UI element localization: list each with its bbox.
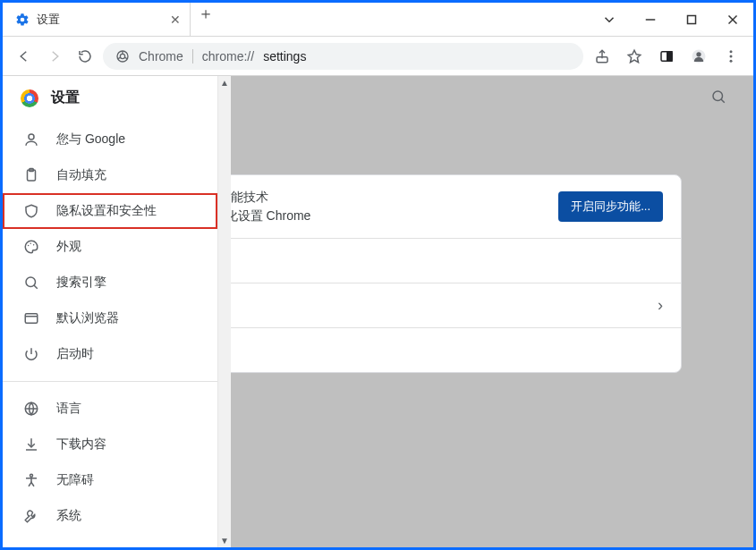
sidebar-item-label: 语言 — [56, 401, 81, 417]
scroll-up-icon[interactable]: ▲ — [218, 78, 231, 88]
svg-rect-28 — [25, 314, 38, 324]
omnibox-divider — [192, 49, 193, 63]
power-icon — [22, 345, 40, 363]
toolbar: Chrome chrome://settings — [3, 37, 753, 76]
clipboard-icon — [22, 166, 40, 184]
sync-card-row-4[interactable]: › — [200, 327, 681, 372]
sync-card-line1: 智能技术 — [218, 188, 310, 207]
svg-point-15 — [730, 50, 733, 53]
back-button[interactable] — [12, 44, 37, 69]
sidebar-item-label: 自动填充 — [56, 167, 106, 183]
bookmark-icon[interactable] — [621, 43, 648, 70]
sidebar-separator — [3, 381, 217, 382]
browser-tab[interactable]: 设置 ✕ — [3, 3, 191, 36]
reload-button[interactable] — [72, 44, 98, 69]
svg-point-26 — [26, 277, 36, 287]
omnibox-path: settings — [263, 49, 306, 63]
share-icon[interactable] — [589, 43, 616, 70]
sidebar-item-label: 搜索引擎 — [56, 275, 106, 291]
download-icon — [22, 436, 40, 453]
sidebar-scrollbar[interactable]: ▲ ▼ — [217, 76, 231, 547]
svg-point-16 — [730, 55, 733, 57]
sidebar-item-label: 无障碍 — [56, 472, 94, 488]
svg-line-27 — [34, 285, 38, 289]
sidebar-item-download[interactable]: 下载内容 — [3, 427, 217, 462]
tab-title: 设置 — [37, 12, 60, 28]
sidebar-item-palette[interactable]: 外观 — [3, 229, 217, 265]
svg-point-32 — [30, 474, 33, 477]
a11y-icon — [22, 471, 40, 489]
chevron-right-icon: › — [658, 296, 663, 315]
window-controls — [589, 3, 753, 36]
svg-line-19 — [721, 99, 725, 103]
omnibox-product: Chrome — [139, 49, 183, 63]
svg-marker-10 — [628, 50, 641, 63]
gear-icon — [15, 13, 30, 27]
close-tab-icon[interactable]: ✕ — [170, 13, 181, 27]
sidebar-item-label: 默认浏览器 — [56, 310, 119, 326]
svg-point-5 — [120, 54, 124, 58]
sidebar-item-label: 系统 — [56, 508, 81, 524]
titlebar: 设置 ✕ ＋ — [3, 3, 753, 37]
omnibox-scheme: chrome:// — [202, 49, 254, 63]
svg-point-20 — [29, 134, 34, 140]
sidebar-item-clipboard[interactable]: 自动填充 — [3, 157, 217, 193]
sidebar-item-shield[interactable]: 隐私设置和安全性 — [3, 193, 217, 229]
svg-rect-1 — [688, 15, 696, 23]
sidebar-item-power[interactable]: 启动时 — [3, 336, 217, 372]
svg-point-17 — [730, 59, 733, 62]
profile-icon[interactable] — [685, 43, 712, 70]
globe-icon — [22, 400, 40, 418]
new-tab-button[interactable]: ＋ — [191, 3, 221, 24]
browser-icon — [22, 309, 40, 327]
sidebar-title: 设置 — [51, 89, 80, 107]
close-window-button[interactable] — [712, 3, 753, 36]
wrench-icon — [22, 507, 40, 525]
scroll-down-icon[interactable]: ▼ — [218, 536, 231, 546]
turn-on-sync-button[interactable]: 开启同步功能... — [558, 191, 663, 222]
svg-line-7 — [118, 57, 121, 59]
content-area: 智能技术 ±化设置 Chrome 开启同步功能... › 斗 › › 设置 您与… — [3, 76, 753, 547]
sync-card-row-2[interactable]: › — [200, 238, 681, 283]
sidebar-item-globe[interactable]: 语言 — [3, 391, 217, 427]
svg-point-24 — [30, 243, 32, 245]
chrome-logo-icon — [21, 89, 38, 107]
sidebar-item-browser[interactable]: 默认浏览器 — [3, 300, 217, 336]
sidebar-item-label: 外观 — [56, 239, 81, 255]
person-icon — [22, 131, 40, 148]
sidebar-item-wrench[interactable]: 系统 — [3, 498, 217, 534]
maximize-button[interactable] — [671, 3, 712, 36]
sync-card-header: 智能技术 ±化设置 Chrome 开启同步功能... — [200, 175, 681, 238]
svg-point-18 — [713, 91, 723, 101]
sidebar-item-label: 隐私设置和安全性 — [56, 203, 157, 219]
address-bar[interactable]: Chrome chrome://settings — [103, 43, 583, 70]
svg-point-23 — [28, 245, 30, 247]
forward-button[interactable] — [42, 44, 67, 69]
svg-point-14 — [696, 52, 701, 56]
sync-card-row-3[interactable]: 斗 › — [200, 283, 681, 327]
sidebar-item-label: 启动时 — [56, 346, 94, 362]
sidebar-item-search[interactable]: 搜索引擎 — [3, 265, 217, 300]
svg-rect-12 — [667, 51, 672, 61]
menu-icon[interactable] — [718, 43, 744, 70]
search-icon — [22, 274, 40, 292]
search-settings-icon[interactable] — [710, 89, 726, 105]
minimize-button[interactable] — [630, 3, 671, 36]
sync-card: 智能技术 ±化设置 Chrome 开启同步功能... › 斗 › › — [200, 174, 682, 373]
chrome-product-icon — [115, 49, 130, 63]
sync-card-line2: ±化设置 Chrome — [218, 207, 310, 225]
chevron-down-icon[interactable] — [589, 3, 630, 36]
settings-sidebar: 设置 您与 Google自动填充隐私设置和安全性外观搜索引擎默认浏览器启动时 语… — [3, 76, 231, 547]
sidebar-item-a11y[interactable]: 无障碍 — [3, 462, 217, 498]
shield-icon — [22, 202, 40, 220]
svg-point-25 — [33, 244, 35, 246]
sidebar-item-label: 您与 Google — [56, 131, 125, 148]
palette-icon — [22, 238, 40, 256]
side-panel-icon[interactable] — [653, 43, 680, 70]
sidebar-item-label: 下载内容 — [56, 436, 106, 453]
sidebar-item-person[interactable]: 您与 Google — [3, 122, 217, 157]
sidebar-header: 设置 — [3, 89, 217, 122]
svg-line-8 — [124, 57, 127, 59]
